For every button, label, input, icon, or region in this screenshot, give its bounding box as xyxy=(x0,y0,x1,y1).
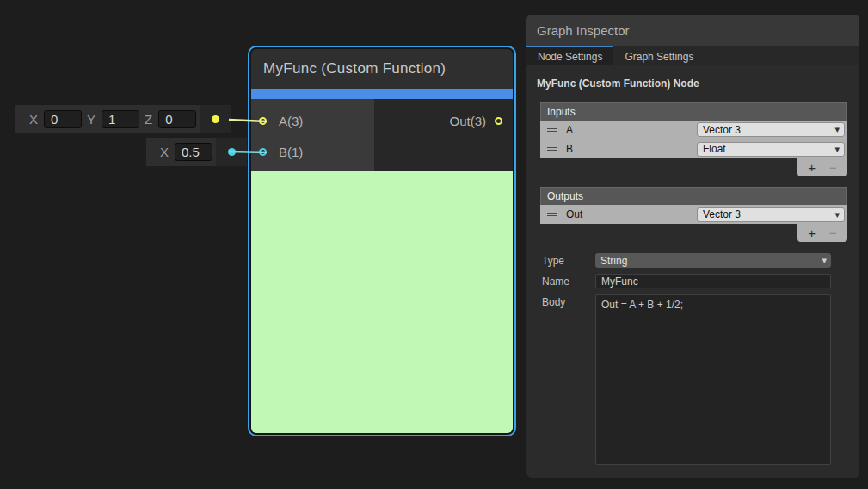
inputs-section-header: Inputs xyxy=(540,102,847,121)
y-axis-label: Y xyxy=(87,112,95,127)
z-axis-label: Z xyxy=(145,112,152,127)
port-a-label: A(3) xyxy=(279,114,303,128)
list-item[interactable]: B Float ▾ xyxy=(540,139,847,158)
drag-handle-icon[interactable] xyxy=(547,213,557,216)
inputs-list: A Vector 3 ▾ B Float ▾ xyxy=(540,121,847,158)
input-ports-column: A(3) B(1) xyxy=(251,99,374,171)
outputs-list: Out Vector 3 ▾ xyxy=(540,205,847,224)
float-widget-body: X xyxy=(146,138,216,166)
type-value: String xyxy=(600,255,627,267)
function-body-textarea[interactable]: Out = A + B + 1/2; xyxy=(595,294,831,465)
dropdown-arrow-icon: ▾ xyxy=(822,255,827,266)
body-label: Body xyxy=(526,294,595,465)
type-field-row: Type String ▾ xyxy=(526,253,859,268)
input-b-name: B xyxy=(566,143,573,155)
inputs-section-title: Inputs xyxy=(541,106,576,118)
node-header[interactable]: MyFunc (Custom Function) xyxy=(251,49,513,89)
tab-graph-settings[interactable]: Graph Settings xyxy=(613,46,705,65)
outputs-section-header: Outputs xyxy=(540,187,847,205)
port-b-label: B(1) xyxy=(279,145,303,159)
input-b-type-dropdown[interactable]: Float ▾ xyxy=(697,142,845,157)
x-axis-label: X xyxy=(29,112,38,127)
float-widget-port-cell xyxy=(216,138,247,166)
y-value-field[interactable] xyxy=(102,110,139,128)
dropdown-arrow-icon: ▾ xyxy=(834,209,840,220)
vector3-port-dot-icon[interactable] xyxy=(212,115,219,123)
node-content: MyFunc (Custom Function) A(3) B(1) Out(3… xyxy=(251,49,513,433)
input-b-type-value: Float xyxy=(703,143,726,155)
remove-input-button[interactable]: − xyxy=(829,161,837,174)
function-fields: Type String ▾ Name Body Out = A + B + 1/… xyxy=(526,253,859,465)
tab-graph-settings-label: Graph Settings xyxy=(625,51,693,63)
output-out-type-value: Vector 3 xyxy=(703,208,741,220)
add-output-button[interactable]: + xyxy=(808,226,816,239)
x-axis-label: X xyxy=(160,145,169,159)
node-title: MyFunc (Custom Function) xyxy=(251,60,446,77)
node-ports: A(3) B(1) Out(3) xyxy=(251,99,513,171)
outputs-section: Outputs Out Vector 3 ▾ + − xyxy=(540,187,847,242)
graph-inspector-panel: Graph Inspector Node Settings Graph Sett… xyxy=(526,15,859,478)
vector3-widget-port-cell xyxy=(200,105,231,133)
node-preview xyxy=(251,171,513,433)
float-value-field[interactable] xyxy=(175,143,212,161)
port-out-label: Out(3) xyxy=(449,114,486,128)
x-value-field[interactable] xyxy=(44,110,82,128)
list-item[interactable]: A Vector 3 ▾ xyxy=(540,121,847,139)
inspector-tabbar: Node Settings Graph Settings xyxy=(526,46,859,65)
custom-function-node[interactable]: MyFunc (Custom Function) A(3) B(1) Out(3… xyxy=(248,46,516,436)
inspector-titlebar[interactable]: Graph Inspector xyxy=(526,15,859,46)
dropdown-arrow-icon: ▾ xyxy=(834,144,840,155)
type-label: Type xyxy=(526,253,595,268)
output-ports-column: Out(3) xyxy=(374,99,513,171)
inputs-list-footer: + − xyxy=(797,158,847,176)
inspector-title: Graph Inspector xyxy=(526,23,630,38)
dropdown-arrow-icon: ▾ xyxy=(834,124,840,135)
input-a-name: A xyxy=(566,124,573,136)
input-a-type-dropdown[interactable]: Vector 3 ▾ xyxy=(697,122,845,137)
remove-output-button[interactable]: − xyxy=(829,226,837,239)
outputs-list-footer: + − xyxy=(797,224,847,242)
type-dropdown[interactable]: String ▾ xyxy=(595,253,831,268)
port-out-icon[interactable] xyxy=(495,117,502,125)
drag-handle-icon[interactable] xyxy=(547,147,557,151)
input-a-type-value: Vector 3 xyxy=(703,124,741,136)
body-field-row: Body Out = A + B + 1/2; xyxy=(526,294,859,465)
port-row-b: B(1) xyxy=(251,136,374,167)
port-row-a: A(3) xyxy=(251,105,374,136)
name-field-row: Name xyxy=(526,274,859,288)
drag-handle-icon[interactable] xyxy=(547,128,557,132)
name-label: Name xyxy=(526,274,595,288)
port-b-icon[interactable] xyxy=(259,148,267,156)
inputs-section: Inputs A Vector 3 ▾ B Float ▾ + xyxy=(540,102,847,176)
vector3-widget-body: X Y Z xyxy=(15,105,200,133)
add-input-button[interactable]: + xyxy=(808,161,816,174)
float-input-widget: X xyxy=(146,138,247,166)
node-selection-bar xyxy=(251,89,513,99)
node-settings-heading: MyFunc (Custom Function) Node xyxy=(537,77,859,90)
port-row-out: Out(3) xyxy=(374,105,513,136)
output-out-type-dropdown[interactable]: Vector 3 ▾ xyxy=(697,207,845,222)
output-out-name: Out xyxy=(566,208,582,220)
list-item[interactable]: Out Vector 3 ▾ xyxy=(540,205,847,224)
tab-node-settings[interactable]: Node Settings xyxy=(526,46,613,65)
function-name-input[interactable] xyxy=(595,274,831,288)
vector3-input-widget: X Y Z xyxy=(15,105,231,133)
tab-node-settings-label: Node Settings xyxy=(538,51,602,63)
float-port-dot-icon[interactable] xyxy=(228,148,236,156)
port-a-icon[interactable] xyxy=(259,117,267,125)
z-value-field[interactable] xyxy=(158,110,196,128)
outputs-section-title: Outputs xyxy=(541,190,583,202)
